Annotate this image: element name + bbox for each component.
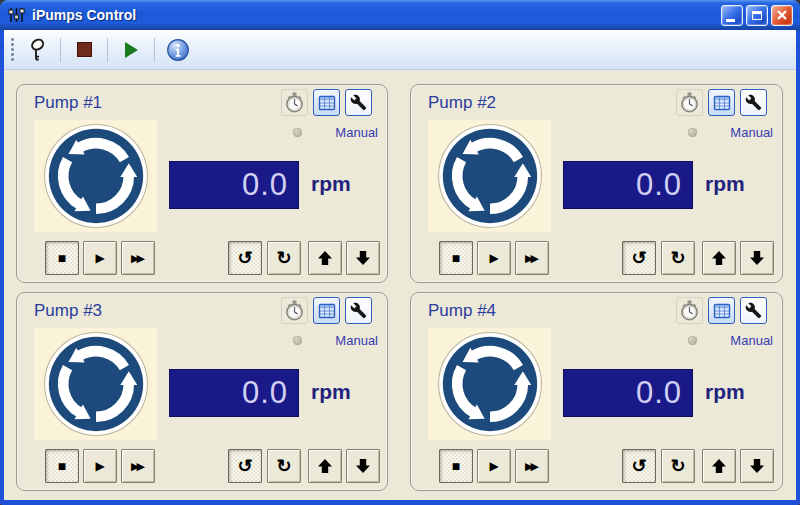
stop-all-button[interactable]	[69, 35, 99, 65]
stop-button[interactable]: ■	[45, 241, 79, 275]
manual-label: Manual	[730, 125, 773, 140]
rpm-value: 0.0	[636, 167, 682, 203]
speed-down-button[interactable]	[346, 241, 380, 275]
run-button[interactable]: ▶	[83, 241, 117, 275]
stop-button[interactable]: ■	[45, 449, 79, 483]
stop-button[interactable]: ■	[439, 449, 473, 483]
rotate-cw-button[interactable]: ↻	[661, 449, 695, 483]
maximize-button[interactable]	[746, 5, 768, 26]
display-mode-button[interactable]	[313, 89, 340, 116]
timer-button[interactable]	[676, 89, 703, 116]
manual-led	[688, 336, 697, 345]
close-icon	[773, 6, 791, 24]
wrench-icon	[350, 94, 367, 111]
rpm-value: 0.0	[242, 167, 288, 203]
info-icon	[166, 38, 190, 62]
mixer-sliders-icon	[6, 5, 26, 25]
speed-up-button[interactable]	[702, 449, 736, 483]
manual-led	[688, 128, 697, 137]
timer-button[interactable]	[676, 297, 703, 324]
toolbar-separator	[154, 38, 155, 62]
rpm-display: 0.0	[563, 369, 693, 417]
close-button[interactable]	[771, 5, 793, 26]
arrow-down-icon	[355, 458, 371, 474]
rotate-cw-button[interactable]: ↻	[267, 241, 301, 275]
rpm-display: 0.0	[169, 161, 299, 209]
grid-display-icon	[317, 301, 337, 321]
pump-panel: Pump #4 Manual 0.0 rpm ■ ▶	[410, 292, 783, 491]
rotate-ccw-button[interactable]: ↺	[228, 449, 262, 483]
fast-run-button[interactable]: ▶▶	[515, 449, 549, 483]
speed-down-button[interactable]	[740, 449, 774, 483]
settings-button[interactable]	[345, 297, 372, 324]
rotate-ccw-icon: ↺	[237, 457, 252, 475]
rotate-cw-button[interactable]: ↻	[661, 241, 695, 275]
pump-title: Pump #3	[34, 301, 102, 321]
timer-button[interactable]	[281, 297, 308, 324]
connect-key-button[interactable]	[22, 35, 52, 65]
display-mode-button[interactable]	[708, 297, 735, 324]
rotate-cw-icon: ↻	[276, 249, 291, 267]
fast-forward-icon: ▶▶	[131, 461, 145, 472]
toolbar-grip[interactable]	[10, 37, 15, 63]
fast-run-button[interactable]: ▶▶	[515, 241, 549, 275]
speed-up-button[interactable]	[308, 241, 342, 275]
manual-label: Manual	[730, 333, 773, 348]
stopwatch-icon	[679, 92, 700, 113]
display-mode-button[interactable]	[313, 297, 340, 324]
play-icon: ▶	[489, 460, 498, 472]
rpm-value: 0.0	[636, 375, 682, 411]
settings-button[interactable]	[740, 297, 767, 324]
manual-label: Manual	[335, 125, 378, 140]
minimize-button[interactable]	[721, 5, 743, 26]
grid-display-icon	[317, 93, 337, 113]
pump-rotor-icon	[34, 120, 157, 232]
stop-square-icon	[77, 42, 92, 57]
toolbar-separator	[107, 38, 108, 62]
pump-panel: Pump #1 Manual 0.0 rpm ■ ▶	[16, 84, 388, 283]
rpm-display: 0.0	[169, 369, 299, 417]
pump-title: Pump #1	[34, 93, 102, 113]
speed-down-button[interactable]	[346, 449, 380, 483]
speed-down-button[interactable]	[740, 241, 774, 275]
arrow-up-icon	[711, 458, 727, 474]
rotate-cw-icon: ↻	[670, 457, 685, 475]
pump-title: Pump #2	[428, 93, 496, 113]
info-button[interactable]	[163, 35, 193, 65]
arrow-up-icon	[711, 250, 727, 266]
run-button[interactable]: ▶	[477, 449, 511, 483]
manual-led	[293, 336, 302, 345]
settings-button[interactable]	[345, 89, 372, 116]
fast-run-button[interactable]: ▶▶	[121, 449, 155, 483]
rotate-cw-button[interactable]: ↻	[267, 449, 301, 483]
rotate-ccw-button[interactable]: ↺	[228, 241, 262, 275]
arrow-up-icon	[317, 250, 333, 266]
fast-forward-icon: ▶▶	[525, 253, 539, 264]
pump-grid: Pump #1 Manual 0.0 rpm ■ ▶	[4, 70, 796, 500]
speed-up-button[interactable]	[702, 241, 736, 275]
rpm-unit-label: rpm	[311, 380, 351, 404]
grid-display-icon	[712, 301, 732, 321]
wrench-icon	[350, 302, 367, 319]
settings-button[interactable]	[740, 89, 767, 116]
minimize-icon	[726, 19, 735, 22]
speed-up-button[interactable]	[308, 449, 342, 483]
stopwatch-icon	[679, 300, 700, 321]
rotate-ccw-button[interactable]: ↺	[622, 241, 656, 275]
fast-run-button[interactable]: ▶▶	[121, 241, 155, 275]
manual-led	[293, 128, 302, 137]
display-mode-button[interactable]	[708, 89, 735, 116]
stop-icon: ■	[452, 251, 460, 265]
pump-panel: Pump #3 Manual 0.0 rpm ■ ▶	[16, 292, 388, 491]
play-icon: ▶	[95, 252, 104, 264]
timer-button[interactable]	[281, 89, 308, 116]
rpm-display: 0.0	[563, 161, 693, 209]
rotate-ccw-icon: ↺	[631, 457, 646, 475]
rpm-unit-label: rpm	[311, 172, 351, 196]
run-button[interactable]: ▶	[83, 449, 117, 483]
start-all-button[interactable]	[116, 35, 146, 65]
rotate-ccw-button[interactable]: ↺	[622, 449, 656, 483]
pump-rotor-icon	[428, 328, 551, 440]
run-button[interactable]: ▶	[477, 241, 511, 275]
stop-button[interactable]: ■	[439, 241, 473, 275]
